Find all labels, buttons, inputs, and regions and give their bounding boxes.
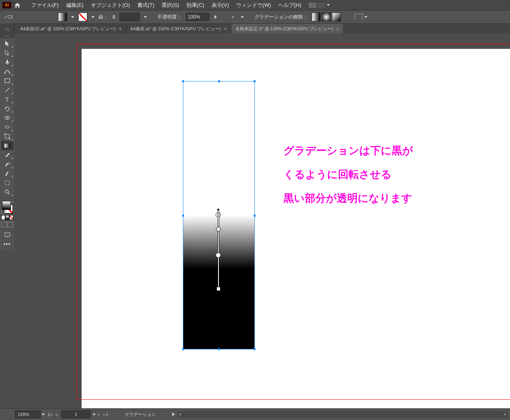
doc-tab-1[interactable]: A4裏面.ai* @ 150% (CMYK/GPU プレビュー) × bbox=[126, 24, 231, 34]
gradient-freeform-button[interactable] bbox=[332, 13, 341, 21]
color-none-button[interactable] bbox=[9, 215, 13, 220]
play-icon[interactable] bbox=[172, 412, 175, 416]
close-icon[interactable]: × bbox=[336, 26, 340, 32]
draw-normal-button[interactable] bbox=[1, 222, 7, 228]
prev-artboard-button[interactable]: ◂ bbox=[54, 411, 59, 418]
menu-edit[interactable]: 編集(E) bbox=[63, 0, 86, 10]
resize-handle[interactable] bbox=[254, 348, 256, 350]
selection-tool[interactable] bbox=[1, 39, 13, 48]
horizontal-scrollbar[interactable] bbox=[178, 411, 508, 418]
last-artboard-button[interactable]: ▸▮ bbox=[103, 411, 109, 418]
color-solid-button[interactable] bbox=[1, 215, 5, 220]
resize-handle[interactable] bbox=[218, 348, 220, 350]
curvature-tool[interactable] bbox=[1, 67, 13, 76]
free-transform-tool[interactable] bbox=[1, 132, 13, 141]
tab-label: A4表面02.ai* @ 100% (CMYK/GPU プレビュー) bbox=[20, 26, 115, 32]
stroke-weight-spinner[interactable] bbox=[112, 13, 115, 21]
width-tool[interactable] bbox=[1, 123, 13, 132]
gradient-tool[interactable] bbox=[1, 141, 13, 150]
svg-rect-12 bbox=[9, 138, 10, 139]
svg-rect-11 bbox=[4, 134, 6, 135]
tab-label: A4裏面.ai* @ 150% (CMYK/GPU プレビュー) bbox=[130, 26, 221, 32]
slice-tool[interactable] bbox=[1, 169, 13, 178]
zoom-field[interactable]: 128% bbox=[15, 410, 41, 418]
fill-stroke-control[interactable]: ⤺ bbox=[1, 200, 13, 214]
transform-panel-button[interactable] bbox=[355, 14, 367, 20]
rectangle-tool[interactable] bbox=[1, 76, 13, 85]
line-tool[interactable] bbox=[1, 86, 13, 94]
chevron-down-icon[interactable] bbox=[91, 16, 94, 18]
resize-handle[interactable] bbox=[182, 348, 184, 350]
draw-behind-button[interactable] bbox=[7, 222, 13, 228]
doc-tab-2[interactable]: 名称未設定-1* @ 128% (CMYK/GPU プレビュー) × bbox=[231, 24, 344, 34]
fill-color-box[interactable] bbox=[2, 201, 11, 210]
stroke-weight-field[interactable] bbox=[120, 13, 140, 21]
chevron-down-icon[interactable] bbox=[241, 16, 244, 18]
svg-rect-10 bbox=[5, 134, 9, 138]
graphic-style-icon[interactable] bbox=[229, 13, 237, 21]
menu-effect[interactable]: 効果(C) bbox=[184, 0, 207, 10]
menu-type[interactable]: 書式(T) bbox=[134, 0, 157, 10]
gradient-type-group bbox=[312, 13, 341, 21]
left-strip bbox=[0, 408, 14, 420]
resize-handle[interactable] bbox=[254, 215, 256, 217]
direct-selection-tool[interactable] bbox=[1, 48, 13, 57]
gradient-linear-button[interactable] bbox=[312, 13, 321, 21]
workspace-switcher[interactable] bbox=[309, 3, 330, 8]
toolbar-handle[interactable] bbox=[0, 34, 14, 38]
fill-swatch[interactable] bbox=[58, 13, 67, 21]
svg-point-18 bbox=[5, 190, 8, 193]
default-fill-stroke-icon[interactable] bbox=[1, 209, 6, 214]
menu-window[interactable]: ウィンドウ(W) bbox=[233, 0, 274, 10]
resize-handle[interactable] bbox=[254, 80, 256, 82]
shape-builder-tool[interactable] bbox=[1, 113, 13, 122]
svg-rect-20 bbox=[5, 233, 10, 236]
chevron-down-icon bbox=[364, 16, 367, 18]
first-artboard-button[interactable]: ▮◂ bbox=[47, 411, 53, 418]
resize-handle[interactable] bbox=[218, 80, 220, 82]
close-icon[interactable]: × bbox=[224, 26, 227, 32]
symbol-sprayer-tool[interactable] bbox=[1, 160, 13, 169]
eyedropper-tool[interactable] bbox=[1, 150, 13, 159]
screen-mode-button[interactable] bbox=[1, 230, 13, 239]
gradient-end-handle[interactable] bbox=[216, 287, 220, 291]
artboard-tool[interactable] bbox=[1, 178, 13, 187]
menu-help[interactable]: ヘルプ(H) bbox=[275, 0, 304, 10]
gradient-radial-button[interactable] bbox=[322, 13, 331, 21]
rotate-tool[interactable] bbox=[1, 104, 13, 113]
chevron-down-icon[interactable] bbox=[42, 414, 45, 416]
artboard-number-field[interactable]: 1 bbox=[61, 410, 91, 418]
zoom-tool[interactable] bbox=[1, 188, 13, 196]
resize-handle[interactable] bbox=[182, 80, 184, 82]
gradient-annotator-line[interactable] bbox=[218, 211, 219, 290]
chevron-down-icon[interactable] bbox=[71, 16, 74, 18]
menu-select[interactable]: 選択(S) bbox=[159, 0, 182, 10]
stroke-swatch[interactable] bbox=[78, 13, 87, 21]
next-artboard-button[interactable]: ▸ bbox=[97, 411, 102, 418]
menu-view[interactable]: 表示(V) bbox=[209, 0, 232, 10]
resize-handle[interactable] bbox=[182, 215, 184, 217]
pen-tool[interactable] bbox=[1, 58, 13, 67]
svg-point-14 bbox=[8, 162, 9, 163]
close-icon[interactable]: × bbox=[119, 26, 122, 32]
menu-file[interactable]: ファイル(F) bbox=[28, 0, 62, 10]
canvas-area[interactable]: グラデーションは下に黒が くるように回転させる 黒い部分が透明になります bbox=[14, 33, 510, 409]
type-tool[interactable]: T bbox=[1, 95, 13, 104]
svg-line-19 bbox=[8, 193, 10, 194]
menu-object[interactable]: オブジェクト(O) bbox=[88, 0, 133, 10]
doc-tab-0[interactable]: A4表面02.ai* @ 100% (CMYK/GPU プレビュー) × bbox=[16, 24, 126, 34]
opacity-more[interactable] bbox=[213, 13, 218, 21]
color-gradient-button[interactable] bbox=[5, 215, 9, 220]
opacity-field[interactable]: 100% bbox=[186, 13, 209, 21]
gradient-origin-dot[interactable] bbox=[217, 209, 219, 211]
align-icon bbox=[355, 14, 363, 20]
edit-toolbar-button[interactable]: ••• bbox=[1, 240, 13, 249]
opacity-label: 不透明度： bbox=[157, 14, 182, 21]
gradient-stop-end[interactable] bbox=[216, 253, 221, 258]
toolbar-separator bbox=[2, 198, 13, 198]
chevron-down-icon[interactable] bbox=[144, 16, 147, 18]
home-icon[interactable] bbox=[13, 1, 22, 10]
svg-rect-13 bbox=[4, 144, 10, 148]
tab-dock-handle[interactable] bbox=[0, 23, 15, 33]
chevron-down-icon[interactable] bbox=[92, 414, 96, 416]
